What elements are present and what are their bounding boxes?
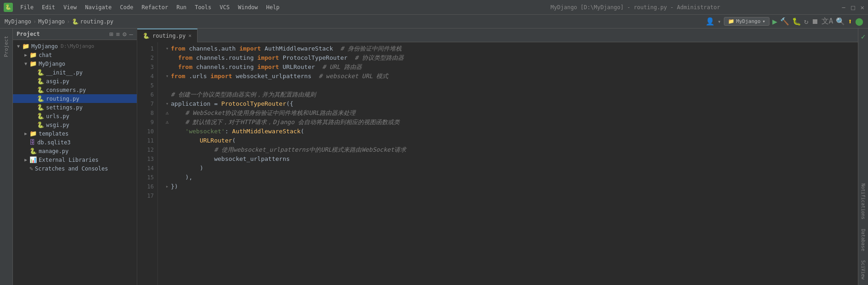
line-num-4: 4 (139, 72, 154, 81)
project-strip-label[interactable]: Project (3, 36, 9, 57)
menu-help[interactable]: Help (262, 2, 283, 12)
menu-file[interactable]: File (17, 2, 37, 12)
code-line-4: ▾ from .urls import websocket_urlpattern… (163, 72, 852, 81)
code-content[interactable]: ▾ from channels.auth import AuthMiddlewa… (158, 42, 858, 285)
breadcrumb-file-icon: 🐍 (72, 18, 79, 25)
tree-file-routing[interactable]: 🐍 routing.py (13, 94, 137, 103)
code-text-2: from channels.routing import ProtocolTyp… (171, 53, 852, 63)
line-num-8: 8 (139, 108, 154, 118)
tree-file-asgi[interactable]: 🐍 asgi.py (13, 77, 137, 86)
database-panel[interactable]: Database (860, 225, 867, 255)
tree-root-name: MyDjango (31, 43, 58, 50)
tab-label: routing.py (152, 33, 186, 39)
code-text-4: from .urls import websocket_urlpatterns … (171, 72, 852, 81)
code-text-3: from channels.routing import URLRouter #… (171, 63, 852, 72)
run-button[interactable]: ▶ (772, 17, 777, 26)
tree-folder-external[interactable]: ▶ 📊 External Libraries (13, 155, 137, 164)
menu-edit[interactable]: Edit (38, 2, 59, 12)
breadcrumb-item-3[interactable]: 🐍 routing.py (72, 18, 113, 25)
tree-file-manage-label: manage.py (39, 148, 69, 154)
menu-tools[interactable]: Tools (191, 2, 215, 12)
translate-icon[interactable]: 文A (821, 17, 833, 26)
tree-file-db[interactable]: 🗄 db.sqlite3 (13, 138, 137, 147)
tab-routing[interactable]: 🐍 routing.py ✕ (137, 28, 198, 42)
app-icon: 🐍 (4, 3, 13, 12)
fold-icon-4[interactable]: ▾ (163, 72, 171, 81)
maximize-button[interactable]: □ (851, 4, 855, 11)
tab-close-button[interactable]: ✕ (188, 33, 192, 39)
menu-run[interactable]: Run (173, 2, 190, 12)
menu-code[interactable]: Code (117, 2, 137, 12)
build-button[interactable]: 🔨 (780, 17, 789, 26)
line-num-3: 3 (139, 63, 154, 72)
account-icon[interactable]: 👤 (705, 17, 715, 26)
code-text-17 (171, 191, 852, 200)
line-num-12: 12 (139, 145, 154, 154)
menu-vcs[interactable]: VCS (216, 2, 233, 12)
minimize-panel-icon[interactable]: — (129, 30, 133, 38)
sidebar-toolbar: ⊞ ≡ ⚙ — (109, 30, 133, 38)
tree-file-routing-label: routing.py (46, 96, 79, 102)
menu-window[interactable]: Window (234, 2, 262, 12)
code-line-13: websocket_urlpatterns (163, 154, 852, 164)
debug-button[interactable]: 🐛 (792, 17, 801, 26)
notifications-panel[interactable]: Notifications (860, 180, 867, 223)
code-line-3: from channels.routing import URLRouter #… (163, 63, 852, 72)
tree-file-urls[interactable]: 🐍 urls.py (13, 112, 137, 120)
menu-refactor[interactable]: Refactor (138, 2, 172, 12)
project-strip: Project (0, 28, 13, 285)
tree-scratches[interactable]: ✎ Scratches and Consoles (13, 164, 137, 173)
project-icon: 📁 (728, 18, 734, 24)
tree-file-wsgi[interactable]: 🐍 wsgi.py (13, 120, 137, 129)
fold-icon-16[interactable]: ▸ (163, 182, 171, 191)
menu-view[interactable]: View (60, 2, 81, 12)
gear-icon[interactable]: ⚙ (122, 30, 126, 38)
tree-file-consumers[interactable]: 🐍 consumers.py (13, 86, 137, 94)
code-line-12: # 使用websocket_urlpatterns中的URL模式来路由WebSo… (163, 145, 852, 154)
tree-folder-chat[interactable]: ▶ 📁 chat (13, 51, 137, 59)
main-area: Project Project ⊞ ≡ ⚙ — ▼ 📁 MyDjango D:\… (0, 28, 868, 285)
right-panels: ✓ Notifications Database SciView (858, 28, 868, 285)
breadcrumb-item-1[interactable]: MyDjango (5, 18, 31, 25)
settings-icon[interactable]: ⬤ (855, 17, 863, 26)
tree-file-init[interactable]: 🐍 __init__.py (13, 68, 137, 77)
project-selector[interactable]: 📁 MyDjango ▾ (724, 17, 770, 26)
update-icon[interactable]: ⬆ (848, 17, 852, 26)
tree-file-db-label: db.sqlite3 (37, 139, 70, 146)
code-text-16: }) (171, 182, 852, 191)
tree-file-manage[interactable]: 🐍 manage.py (13, 147, 137, 155)
sciview-panel[interactable]: SciView (860, 256, 867, 283)
collapse-all-icon[interactable]: ⊞ (109, 30, 113, 38)
close-button[interactable]: ✕ (861, 4, 864, 11)
code-text-1: from channels.auth import AuthMiddleware… (171, 44, 852, 53)
tree-file-consumers-label: consumers.py (46, 87, 86, 93)
sort-icon[interactable]: ≡ (116, 30, 120, 38)
fold-icon-1[interactable]: ▾ (163, 44, 171, 53)
tree-folder-templates-label: templates (39, 131, 69, 137)
sidebar-header: Project ⊞ ≡ ⚙ — (13, 28, 137, 40)
tree-file-settings[interactable]: 🐍 settings.py (13, 103, 137, 112)
fold-icon-7[interactable]: ▾ (163, 99, 171, 108)
project-name: MyDjango (736, 18, 761, 24)
breadcrumb-item-2[interactable]: MyDjango (38, 18, 65, 25)
line-num-7: 7 (139, 99, 154, 108)
tree-folder-mydjango[interactable]: ▼ 📁 MyDjango (13, 59, 137, 68)
reload-button[interactable]: ↻ (804, 17, 809, 26)
stop-button[interactable]: ⏹ (811, 17, 819, 26)
window-controls: − □ ✕ (842, 4, 864, 11)
tree-root[interactable]: ▼ 📁 MyDjango D:\MyDjango (13, 42, 137, 51)
line-numbers: 1 2 3 4 5 6 7 8 9 10 11 12 13 14 15 16 1… (137, 42, 158, 285)
tree-root-path: D:\MyDjango (61, 43, 94, 49)
tree-folder-mydjango-label: MyDjango (39, 61, 65, 67)
code-line-15: ), (163, 173, 852, 182)
minimize-button[interactable]: − (842, 4, 845, 11)
code-line-11: URLRouter( (163, 136, 852, 145)
tree-folder-templates[interactable]: ▶ 📁 templates (13, 129, 137, 138)
code-text-7: application = ProtocolTypeRouter({ (171, 99, 852, 108)
code-text-10: 'websocket': AuthMiddlewareStack( (171, 127, 852, 136)
menu-navigate[interactable]: Navigate (82, 2, 116, 12)
code-editor[interactable]: 1 2 3 4 5 6 7 8 9 10 11 12 13 14 15 16 1… (137, 42, 858, 285)
search-icon[interactable]: 🔍 (836, 17, 845, 26)
account-dropdown-icon: ▾ (717, 18, 721, 25)
code-text-8: # WebSocket协议使用身份验证中间件堆栈和URL路由器来处理 (171, 108, 852, 118)
